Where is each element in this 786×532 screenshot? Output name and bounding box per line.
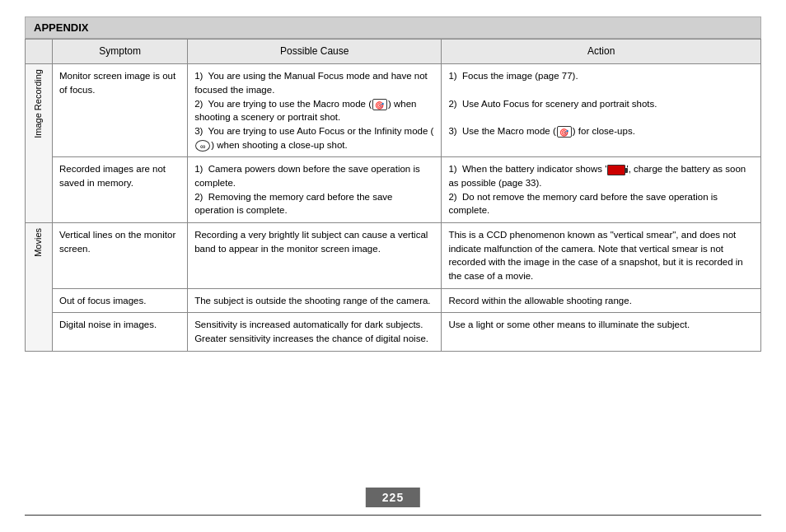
page: APPENDIX Symptom Possible Cause Action I… — [0, 0, 786, 532]
cause-cell: Sensitivity is increased automatically f… — [188, 313, 442, 351]
section-label-image-recording: Image Recording — [26, 64, 53, 223]
cause-cell: 1) You are using the Manual Focus mode a… — [188, 64, 442, 157]
action-cell: Use a light or some other means to illum… — [442, 313, 761, 351]
col-cause: Possible Cause — [188, 40, 442, 64]
cause-cell: 1) Camera powers down before the save op… — [188, 157, 442, 223]
action-cell: Record within the allowable shooting ran… — [442, 288, 761, 313]
macro-icon-2: 🎯 — [557, 126, 572, 138]
symptom-cell: Recorded images are not saved in memory. — [52, 157, 187, 223]
main-table: Symptom Possible Cause Action Image Reco… — [25, 39, 761, 352]
page-number: 225 — [366, 488, 420, 507]
macro-icon: 🎯 — [372, 99, 387, 110]
symptom-cell: Monitor screen image is out of focus. — [52, 64, 187, 157]
cause-cell: The subject is outside the shooting rang… — [188, 288, 442, 313]
col-symptom: Symptom — [52, 40, 187, 64]
table-row: Recorded images are not saved in memory.… — [26, 157, 761, 223]
infinity-icon: ∞ — [195, 140, 210, 152]
symptom-cell: Digital noise in images. — [52, 313, 187, 351]
action-cell: 1) When the battery indicator shows '', … — [442, 157, 761, 223]
symptom-cell: Out of focus images. — [52, 288, 187, 313]
col-action: Action — [442, 40, 761, 64]
cause-cell: Recording a very brightly lit subject ca… — [188, 223, 442, 289]
symptom-cell: Vertical lines on the monitor screen. — [52, 223, 187, 289]
bottom-line — [25, 515, 761, 516]
table-row: Out of focus images. The subject is outs… — [26, 288, 761, 313]
section-label-movies: Movies — [26, 223, 53, 352]
action-cell: 1) Focus the image (page 77). 2) Use Aut… — [442, 64, 761, 157]
action-cell: This is a CCD phenomenon known as "verti… — [442, 223, 761, 289]
table-row: Digital noise in images. Sensitivity is … — [26, 313, 761, 351]
table-row: Movies Vertical lines on the monitor scr… — [26, 223, 761, 289]
appendix-header: APPENDIX — [25, 16, 761, 39]
battery-icon — [607, 165, 625, 175]
table-row: Image Recording Monitor screen image is … — [26, 64, 761, 157]
